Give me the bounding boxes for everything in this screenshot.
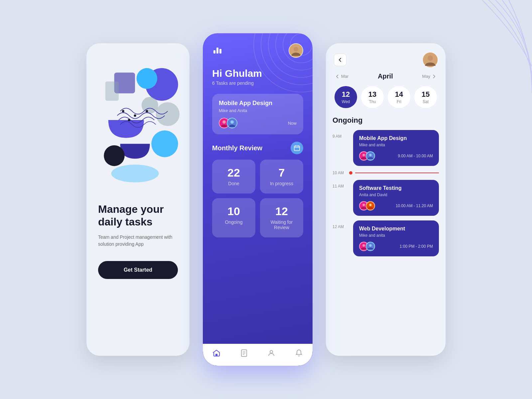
stat-waiting-label: Waiting for Review	[266, 219, 297, 230]
svg-point-51	[369, 244, 371, 247]
stat-waiting-number: 12	[266, 205, 297, 217]
monthly-review-header: Monthly Review	[212, 142, 303, 154]
event-web-development[interactable]: Web Development Mike and anita	[353, 220, 439, 256]
screen1-onboarding: Manage your daily tasks Team and Project…	[86, 43, 190, 356]
next-month-button[interactable]: May	[422, 74, 436, 79]
event-software-testing[interactable]: Software Testing Anita and David	[353, 180, 439, 216]
svg-point-3	[156, 102, 180, 126]
event-mobile-app[interactable]: Mobile App Design Mike and anita	[353, 130, 439, 166]
date-12-wed[interactable]: 12 Wed	[334, 86, 357, 108]
svg-point-10	[128, 119, 130, 121]
svg-rect-28	[294, 146, 300, 151]
time-label-12am: 12 AM	[332, 220, 349, 229]
nav-person[interactable]	[267, 349, 275, 359]
event-participants-mobile: Mike and anita	[359, 143, 433, 147]
event-card-webdev: Web Development Mike and anita	[353, 220, 439, 256]
nav-home[interactable]	[212, 349, 220, 359]
prev-month-button[interactable]: Mar	[335, 74, 348, 79]
svg-rect-12	[105, 81, 119, 101]
screen1-artwork	[96, 53, 180, 193]
screen3-user-avatar[interactable]	[423, 53, 438, 67]
date-14-fri[interactable]: 14 Fri	[388, 86, 410, 108]
event-avatars-webdev	[359, 242, 372, 251]
screen3-calendar: Mar April May 12 Wed 13 Thu 14 Fri	[326, 43, 446, 356]
date-picker-row: 12 Wed 13 Thu 14 Fri 15 Sat	[326, 86, 446, 108]
calendar-month-nav: Mar April May	[326, 72, 446, 80]
screen3-header	[326, 43, 446, 72]
event-web-av2	[366, 242, 375, 251]
svg-rect-21	[219, 49, 221, 54]
svg-point-7	[122, 110, 124, 112]
event-footer-webdev: 1:00 PM - 2:00 PM	[359, 242, 433, 251]
get-started-button[interactable]: Get Started	[98, 261, 178, 279]
screen1-text-block: Manage your daily tasks Team and Project…	[96, 203, 180, 279]
stat-ongoing-number: 10	[218, 205, 249, 217]
monthly-review-section: Monthly Review 22 Done 7 I	[203, 142, 313, 237]
calendar-icon-button[interactable]	[291, 142, 303, 154]
event-avatars-mobile	[359, 151, 372, 161]
back-button[interactable]	[334, 54, 346, 66]
user-avatar[interactable]	[289, 43, 303, 58]
task-card-footer: Now	[219, 118, 297, 128]
monthly-review-title: Monthly Review	[212, 144, 262, 152]
date-13-thu[interactable]: 13 Thu	[361, 86, 384, 108]
task-avatars	[219, 118, 235, 128]
svg-point-27	[230, 120, 234, 124]
screen1-subtitle: Team and Project management with solutio…	[98, 234, 178, 248]
event-title-mobile: Mobile App Design	[359, 135, 433, 141]
svg-point-47	[369, 204, 371, 206]
task-time: Now	[288, 121, 297, 126]
task-card-mobile-app[interactable]: Mobile App Design Mike and Anita	[212, 94, 303, 134]
event-card-testing: Software Testing Anita and David	[353, 180, 439, 216]
task-card-title: Mobile App Design	[219, 100, 297, 107]
bottom-nav	[203, 344, 313, 366]
date-15-sat[interactable]: 15 Sat	[414, 86, 437, 108]
svg-point-41	[362, 154, 365, 156]
screen1-title: Manage your daily tasks	[98, 203, 178, 228]
svg-point-6	[104, 145, 124, 166]
task-card-participants: Mike and Anita	[219, 108, 297, 113]
stat-in-progress: 7 In progress	[260, 160, 303, 194]
screens-container: Manage your daily tasks Team and Project…	[86, 33, 446, 366]
stat-done-number: 22	[218, 167, 249, 178]
nav-document[interactable]	[240, 349, 248, 359]
event-footer-testing: 10.00 AM - 11.20 AM	[359, 201, 433, 210]
event-time-webdev: 1:00 PM - 2:00 PM	[400, 244, 433, 249]
event-participants-testing: Anita and David	[359, 193, 433, 197]
current-time-label: 10 AM	[332, 171, 349, 175]
screen2-dashboard: Hi Ghulam 6 Tasks are pending Mobile App…	[203, 33, 313, 366]
svg-rect-20	[216, 48, 218, 54]
event-test-av2	[366, 201, 375, 210]
logo-icon	[212, 44, 223, 57]
stat-waiting: 12 Waiting for Review	[260, 198, 303, 237]
nav-bell[interactable]	[295, 349, 303, 359]
svg-point-37	[270, 350, 273, 353]
time-indicator-dot	[349, 171, 352, 175]
event-avatars-testing	[359, 201, 372, 210]
time-label-11am: 11 AM	[332, 180, 349, 189]
time-label-9am: 9 AM	[332, 130, 349, 139]
svg-rect-19	[213, 50, 215, 54]
svg-point-1	[137, 68, 158, 89]
ongoing-section-title: Ongoing	[326, 116, 446, 125]
event-time-testing: 10.00 AM - 11.20 AM	[396, 203, 433, 208]
stat-ongoing-label: Ongoing	[218, 219, 249, 225]
timeline-row-11am: 11 AM Software Testing Anita and David	[332, 180, 439, 216]
svg-point-9	[146, 110, 148, 112]
current-time-indicator: 10 AM	[332, 171, 439, 175]
event-title-webdev: Web Development	[359, 226, 433, 232]
svg-point-49	[362, 244, 365, 247]
screen2-top-section: Hi Ghulam 6 Tasks are pending Mobile App…	[203, 33, 313, 142]
svg-point-45	[362, 204, 365, 206]
svg-point-43	[369, 154, 371, 156]
svg-point-39	[428, 56, 433, 61]
event-participants-webdev: Mike and anita	[359, 233, 433, 238]
avatar-2	[227, 118, 237, 128]
svg-point-11	[111, 165, 159, 183]
timeline: 9 AM Mobile App Design Mike and anita	[326, 130, 446, 356]
svg-rect-32	[215, 354, 217, 356]
svg-point-23	[294, 47, 298, 52]
event-footer-mobile: 9.00 AM - 10.00 AM	[359, 151, 433, 161]
svg-point-5	[151, 130, 178, 157]
stat-inprogress-number: 7	[266, 167, 297, 178]
